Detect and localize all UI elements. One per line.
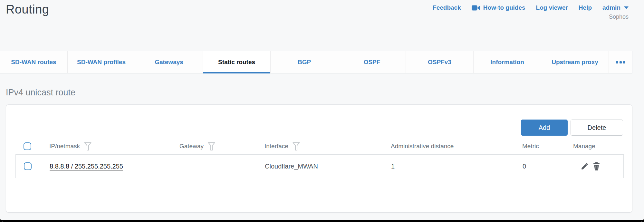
filter-icon[interactable] (84, 142, 91, 151)
routing-tab-bar: SD-WAN routes SD-WAN profiles Gateways S… (0, 51, 632, 73)
section-heading: IPv4 unicast route (6, 88, 644, 98)
tab-bgp[interactable]: BGP (271, 51, 338, 73)
static-routes-card: Add Delete IP/netmask Gateway Interface (6, 104, 632, 213)
add-button[interactable]: Add (521, 120, 568, 136)
pencil-icon (581, 162, 589, 170)
row-checkbox[interactable] (24, 162, 32, 170)
administrative-distance-cell: 1 (391, 163, 523, 170)
column-header-gateway: Gateway (179, 142, 264, 151)
table-actions: Add Delete (6, 105, 632, 136)
metric-cell: 0 (523, 163, 573, 170)
brand-label: Sophos (433, 14, 629, 20)
filter-icon[interactable] (208, 142, 215, 151)
app-window: Routing Feedback How-to guides Log viewe… (0, 0, 644, 222)
tab-ospfv3[interactable]: OSPFv3 (406, 51, 474, 73)
interface-cell: Cloudflare_MWAN (265, 163, 391, 170)
log-viewer-link[interactable]: Log viewer (536, 4, 568, 11)
feedback-link[interactable]: Feedback (433, 4, 461, 11)
column-header-administrative-distance: Administrative distance (391, 143, 522, 150)
user-menu[interactable]: admin (602, 4, 629, 11)
delete-row-button[interactable] (592, 162, 601, 171)
tab-sdwan-profiles[interactable]: SD-WAN profiles (68, 51, 135, 73)
column-header-interface: Interface (264, 142, 391, 151)
ip-netmask-cell: 8.8.8.8 / 255.255.255.255 (50, 163, 180, 170)
column-header-metric: Metric (522, 143, 573, 150)
main-content: IPv4 unicast route Add Delete IP/netmask… (0, 88, 644, 213)
trash-icon (592, 162, 601, 171)
column-header-manage: Manage (573, 143, 624, 150)
tab-ospf[interactable]: OSPF (338, 51, 406, 73)
ip-netmask-link[interactable]: 8.8.8.8 / 255.255.255.255 (50, 163, 123, 170)
video-camera-icon (472, 5, 480, 11)
table-row: 8.8.8.8 / 255.255.255.255 Cloudflare_MWA… (15, 154, 624, 178)
tab-static-routes[interactable]: Static routes (203, 51, 271, 73)
utility-nav: Feedback How-to guides Log viewer Help a… (433, 4, 629, 20)
howto-guides-link[interactable]: How-to guides (472, 4, 525, 11)
chevron-down-icon (624, 6, 629, 9)
window-bottom-edge (0, 220, 644, 222)
edit-button[interactable] (581, 162, 589, 170)
top-bar: Routing Feedback How-to guides Log viewe… (0, 0, 644, 51)
filter-icon[interactable] (293, 142, 300, 151)
ellipsis-icon (616, 61, 625, 63)
table-header-row: IP/netmask Gateway Interface Administrat… (15, 138, 624, 154)
tab-gateways[interactable]: Gateways (135, 51, 203, 73)
column-header-ip-netmask: IP/netmask (49, 142, 179, 151)
tab-upstream-proxy[interactable]: Upstream proxy (541, 51, 609, 73)
select-all-checkbox[interactable] (24, 142, 31, 150)
tabs-overflow-button[interactable] (609, 51, 632, 73)
tab-information[interactable]: Information (474, 51, 541, 73)
tab-sdwan-routes[interactable]: SD-WAN routes (0, 51, 68, 73)
manage-cell (573, 162, 623, 171)
help-link[interactable]: Help (579, 4, 592, 11)
delete-button[interactable]: Delete (571, 120, 623, 136)
